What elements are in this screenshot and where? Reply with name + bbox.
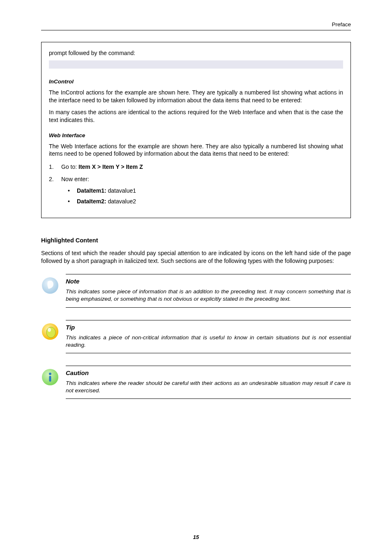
step-item-1: 1.Go to: Item X > Item Y > Item Z bbox=[49, 164, 343, 170]
step-list: 1.Go to: Item X > Item Y > Item Z 2.Now … bbox=[49, 164, 343, 205]
data-item-label: DataItem1: bbox=[77, 187, 106, 194]
prompt-intro-text: prompt followed by the command: bbox=[49, 50, 343, 56]
callout-title: Tip bbox=[66, 324, 351, 331]
step-item-2: 2.Now enter: DataItem1: datavalue1 DataI… bbox=[49, 176, 343, 205]
callout-content: Tip This indicates a piece of non-critic… bbox=[66, 320, 351, 353]
example-box: prompt followed by the command: InContro… bbox=[41, 42, 351, 218]
svg-point-3 bbox=[48, 328, 51, 332]
incontrol-paragraph-2: In many cases the actions are identical … bbox=[49, 108, 343, 124]
svg-point-2 bbox=[46, 327, 55, 338]
data-item-label: DataItem2: bbox=[77, 198, 106, 205]
note-icon bbox=[41, 274, 66, 295]
callout-content: Caution This indicates where the reader … bbox=[66, 366, 351, 399]
highlighted-content-heading: Highlighted Content bbox=[41, 237, 351, 244]
document-page: Preface prompt followed by the command: … bbox=[0, 0, 392, 555]
step-number: 2. bbox=[49, 176, 61, 182]
callout-description: This indicates some piece of information… bbox=[66, 288, 351, 303]
highlighted-content-intro: Sections of text which the reader should… bbox=[41, 249, 351, 265]
step-text-prefix: Go to: bbox=[61, 164, 78, 170]
callout-description: This indicates where the reader should b… bbox=[66, 380, 351, 394]
step-text: Now enter: bbox=[61, 176, 89, 182]
tip-icon bbox=[41, 320, 66, 341]
callout-content: Note This indicates some piece of inform… bbox=[66, 274, 351, 307]
callout-tip: Tip This indicates a piece of non-critic… bbox=[41, 320, 351, 353]
incontrol-paragraph-1: The InControl actions for the example ar… bbox=[49, 89, 343, 104]
data-item-value: datavalue2 bbox=[106, 198, 136, 205]
incontrol-heading: InControl bbox=[49, 78, 343, 85]
list-item: DataItem1: datavalue1 bbox=[68, 187, 343, 194]
data-item-value: datavalue1 bbox=[106, 187, 136, 194]
code-block-placeholder bbox=[49, 60, 343, 69]
sub-list: DataItem1: datavalue1 DataItem2: dataval… bbox=[68, 187, 343, 205]
svg-rect-6 bbox=[49, 376, 51, 382]
callout-description: This indicates a piece of non-critical i… bbox=[66, 334, 351, 349]
page-header-section: Preface bbox=[41, 21, 351, 30]
list-item: DataItem2: datavalue2 bbox=[68, 198, 343, 205]
callout-title: Caution bbox=[66, 369, 351, 376]
step-text-bold: Item X > Item Y > Item Z bbox=[78, 164, 143, 170]
web-interface-heading: Web Interface bbox=[49, 132, 343, 138]
page-number: 15 bbox=[0, 534, 392, 540]
callout-note: Note This indicates some piece of inform… bbox=[41, 274, 351, 307]
web-interface-paragraph: The Web Interface actions for the exampl… bbox=[49, 143, 343, 158]
step-number: 1. bbox=[49, 164, 61, 170]
caution-icon bbox=[41, 366, 66, 386]
svg-point-5 bbox=[49, 373, 51, 375]
callout-caution: Caution This indicates where the reader … bbox=[41, 366, 351, 399]
callout-title: Note bbox=[66, 278, 351, 285]
